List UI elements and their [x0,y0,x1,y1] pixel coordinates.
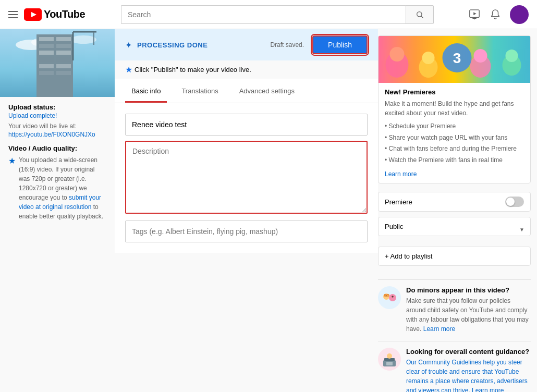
processing-check-icon: ✦ [125,40,132,50]
tab-translations[interactable]: Translations [175,79,224,103]
right-panel: 3 New! Premieres Make it a moment! Build… [378,29,537,392]
notification-icon[interactable] [489,8,502,21]
publish-button[interactable]: Publish [312,35,368,54]
svg-line-3 [421,16,423,18]
svg-rect-13 [39,37,54,41]
avatar[interactable] [510,5,529,24]
svg-rect-15 [39,44,54,48]
svg-rect-23 [39,71,54,75]
search-icon [416,10,424,19]
content-guidance-icon [378,348,401,371]
svg-point-36 [506,50,518,62]
child-safety-desc: Make sure that you follow our policies a… [406,296,531,334]
child-safety-icon [378,286,401,309]
tab-advanced-settings[interactable]: Advanced settings [233,79,301,103]
publish-area: Draft saved. Publish [270,35,368,54]
svg-rect-21 [39,64,54,68]
svg-point-41 [389,294,396,301]
menu-icon[interactable] [8,11,18,18]
child-safety-card: Do minors appear in this video? Make sur… [378,286,531,334]
svg-point-50 [387,353,392,359]
divider-1 [378,279,531,280]
svg-point-2 [417,11,422,16]
search-bar [121,5,434,24]
click-to-publish-text: Click "Publish" to make your video live. [135,66,251,74]
tabs-bar: Basic info Translations Advanced setting… [115,79,378,103]
svg-rect-18 [56,51,71,55]
svg-point-30 [390,47,405,62]
svg-rect-14 [56,37,71,41]
svg-rect-20 [56,57,71,62]
promo-banner: 3 [379,36,530,83]
quality-star-icon: ★ [8,156,16,166]
content-guidance-text: Looking for overall content guidance? Ou… [406,348,531,392]
youtube-logo[interactable]: YouTube [24,8,85,21]
content-guidance-card: Looking for overall content guidance? Ou… [378,348,531,392]
promo-card: 3 New! Premieres Make it a moment! Build… [378,35,531,183]
promo-bullet-4: • Watch the Premiere with fans in real t… [385,155,524,166]
premiere-toggle[interactable] [505,197,524,207]
processing-bar: ✦ PROCESSING DONE Draft saved. Publish [115,29,378,60]
search-input[interactable] [121,5,406,24]
upload-status-label: Upload status: [8,103,106,111]
svg-rect-51 [386,362,393,365]
promo-learn-more-link[interactable]: Learn more [385,170,417,178]
quality-row: ★ You uploaded a wide-screen (16:9) vide… [8,155,106,221]
promo-bullet-2: • Share your watch page URL with your fa… [385,132,524,144]
promo-title: New! Premieres [385,88,524,96]
processing-left: ✦ PROCESSING DONE [125,40,208,50]
header-right [468,5,529,24]
svg-rect-17 [39,51,54,55]
premiere-row: Premiere [378,192,531,212]
info-panel: Upload status: Upload complete! Your vid… [0,97,115,227]
center-panel: ✦ PROCESSING DONE Draft saved. Publish ★… [115,29,378,392]
child-safety-title: Do minors appear in this video? [406,286,531,294]
svg-rect-19 [39,57,54,62]
promo-description: Make it a moment! Build the hype and get… [385,99,524,118]
add-to-playlist-button[interactable]: + Add to playlist [378,247,531,266]
video-title-input[interactable] [125,114,368,136]
quality-text: You uploaded a wide-screen (16:9) video.… [19,155,106,221]
main-wrapper: Upload status: Upload complete! Your vid… [0,29,537,392]
content-guidance-desc: Our Community Guidelines help you steer … [406,358,531,392]
notice-star-icon: ★ [125,65,132,75]
svg-rect-24 [56,71,71,75]
search-button[interactable] [406,5,434,24]
svg-point-43 [392,296,394,298]
video-link[interactable]: https://youtu.be/FlXON0GNJXo [8,131,106,138]
visibility-select-wrapper: Public Private Unlisted [378,217,531,241]
promo-bullet-1: • Schedule your Premiere [385,121,524,132]
promo-bullets: • Schedule your Premiere • Share your wa… [385,121,524,166]
visibility-select[interactable]: Public Private Unlisted [378,217,531,236]
youtube-logo-text: YouTube [44,8,85,20]
premiere-label: Premiere [385,198,412,206]
header-left: YouTube [8,8,113,21]
toggle-knob [506,198,515,206]
upload-icon[interactable] [468,8,481,21]
svg-rect-16 [56,44,71,48]
promo-content: New! Premieres Make it a moment! Build t… [379,83,530,183]
tags-input[interactable] [125,220,368,242]
svg-rect-22 [56,64,71,68]
left-panel: Upload status: Upload complete! Your vid… [0,29,115,392]
quality-label: Video / Audio quality: [8,144,106,152]
form-area [115,103,378,253]
promo-bullet-3: • Chat with fans before and during the P… [385,143,524,155]
child-safety-learn-more-link[interactable]: Learn more [423,325,455,333]
svg-point-11 [70,35,96,44]
description-textarea[interactable] [125,141,368,214]
content-guidance-learn-more-link[interactable]: Learn more [472,387,504,392]
svg-point-32 [422,52,435,64]
upload-complete-text: Upload complete! [8,112,106,119]
child-safety-text: Do minors appear in this video? Make sur… [406,286,531,334]
svg-marker-5 [473,12,477,15]
draft-saved-text: Draft saved. [270,41,304,48]
tab-basic-info[interactable]: Basic info [125,79,167,103]
video-live-label: Your video will be live at: [8,123,106,130]
svg-point-34 [474,49,487,63]
header: YouTube [0,0,537,29]
processing-status-text: PROCESSING DONE [137,41,208,49]
click-to-publish-bar: ★ Click "Publish" to make your video liv… [115,60,378,79]
svg-text:3: 3 [453,50,461,66]
divider-2 [378,341,531,341]
